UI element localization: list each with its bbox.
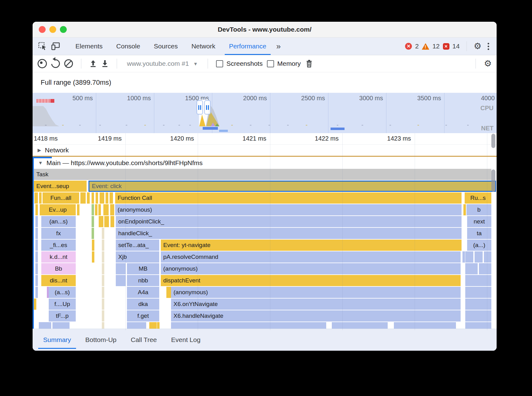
screenshots-checkbox[interactable]: Screenshots <box>216 60 263 67</box>
flame-bar[interactable] <box>35 263 38 274</box>
flame-bar[interactable] <box>116 263 126 274</box>
flame-bar-tf-p[interactable]: tF...p <box>49 310 76 322</box>
flame-bar[interactable] <box>106 192 108 204</box>
flame-bar--anonymous-[interactable]: (anonymous) <box>161 263 461 274</box>
flame-bar-dispatchevent[interactable]: dispatchEvent <box>161 275 461 286</box>
tab-console[interactable]: Console <box>110 38 147 55</box>
minimize-window-button[interactable] <box>49 26 56 33</box>
close-window-button[interactable] <box>39 26 46 33</box>
tab-performance[interactable]: Performance <box>222 38 273 55</box>
flame-bar-event-yt-navigate[interactable]: Event: yt-navigate <box>161 240 462 251</box>
tab-sources[interactable]: Sources <box>147 38 185 55</box>
flame-bar[interactable] <box>465 287 491 298</box>
device-toolbar-icon[interactable] <box>50 41 61 52</box>
timeline-overview[interactable]: 500 ms1000 ms1500 ms2000 ms2500 ms3000 m… <box>33 93 497 133</box>
flame-bar[interactable] <box>475 251 483 263</box>
flame-bar--an-s-[interactable]: (an...s) <box>41 216 76 227</box>
flame-bar-fx[interactable]: fx <box>41 228 76 239</box>
record-button[interactable] <box>38 59 47 68</box>
flame-bar--a-[interactable]: (a...) <box>467 240 491 251</box>
record-and-reload-button[interactable] <box>49 57 61 70</box>
flame-bar[interactable] <box>479 263 491 274</box>
flame-chart[interactable]: TaskEvent...seupEvent: clickFun...allFun… <box>33 169 497 330</box>
flame-bar-event-click[interactable]: Event: click <box>88 181 496 192</box>
zoom-window-button[interactable] <box>60 26 67 33</box>
flame-bar[interactable] <box>110 204 114 215</box>
flame-bar[interactable] <box>104 216 109 227</box>
flame-bar[interactable] <box>35 228 38 239</box>
flame-bar[interactable] <box>465 263 478 274</box>
flame-bar[interactable] <box>102 299 104 310</box>
flame-bar-bb[interactable]: Bb <box>41 263 76 274</box>
flame-bar[interactable] <box>101 216 103 227</box>
flame-bar-xjb[interactable]: Xjb <box>116 251 159 263</box>
kebab-menu-icon[interactable] <box>488 43 489 50</box>
flame-bar-onendpointclick-[interactable]: onEndpointClick_ <box>116 216 462 227</box>
flame-bar[interactable] <box>35 240 38 251</box>
flame-bar-mb[interactable]: MB <box>127 263 159 274</box>
capture-settings-gear-icon[interactable]: ⚙ <box>484 59 492 68</box>
flame-bar[interactable] <box>80 192 86 204</box>
flame-bar-dis-nt[interactable]: dis...nt <box>41 275 76 286</box>
flame-bar--fi-es[interactable]: _fi...es <box>41 240 76 251</box>
settings-gear-icon[interactable]: ⚙ <box>474 42 481 51</box>
flame-bar-k-d-nt[interactable]: k.d...nt <box>41 251 76 263</box>
flame-bar[interactable] <box>465 251 473 263</box>
collect-garbage-icon[interactable] <box>305 59 313 68</box>
flame-bar[interactable] <box>116 275 126 286</box>
flame-bar-function-call[interactable]: Function Call <box>115 192 462 204</box>
flame-bar--anonymous-[interactable]: (anonymous) <box>171 287 461 298</box>
network-track-header[interactable]: ▶ Network <box>33 145 497 156</box>
main-track-header[interactable]: ▼ Main — https://www.youtube.com/shorts/… <box>33 157 497 169</box>
flame-bar[interactable] <box>102 275 104 286</box>
details-tab-summary[interactable]: Summary <box>38 329 76 351</box>
flame-bar[interactable] <box>35 216 38 227</box>
flame-bar-event-seup[interactable]: Event...seup <box>34 181 87 192</box>
range-handle-left[interactable] <box>196 100 203 115</box>
flame-bar-nbb[interactable]: nbb <box>127 275 159 286</box>
flame-bar-ru-s[interactable]: Ru...s <box>465 192 491 204</box>
vertical-scrollbar-thumb[interactable] <box>491 134 495 148</box>
flame-bar[interactable] <box>34 192 38 204</box>
flame-bar[interactable] <box>102 310 104 322</box>
expanded-triangle-icon[interactable]: ▼ <box>38 160 43 165</box>
flame-bar[interactable] <box>102 263 104 274</box>
flame-bar-x6-handlenavigate[interactable]: X6.handleNavigate <box>171 310 461 322</box>
flame-bar-a4a[interactable]: A4a <box>127 287 159 298</box>
save-profile-icon[interactable] <box>101 60 109 68</box>
inspect-element-icon[interactable] <box>37 41 48 52</box>
flame-bar[interactable] <box>92 204 94 215</box>
flame-bar[interactable] <box>465 310 491 322</box>
flame-bar[interactable] <box>465 299 491 310</box>
flame-bar[interactable] <box>95 204 97 215</box>
flame-bar[interactable] <box>169 287 171 298</box>
flame-bar-f-up[interactable]: f....Up <box>49 299 76 310</box>
collapsed-triangle-icon[interactable]: ▶ <box>38 147 41 153</box>
flame-bar--anonymous-[interactable]: (anonymous) <box>115 204 462 215</box>
flame-bar-dka[interactable]: dka <box>127 299 159 310</box>
warnings-icon[interactable]: ! <box>422 43 429 50</box>
details-tab-bottom-up[interactable]: Bottom-Up <box>80 329 121 351</box>
tab-network[interactable]: Network <box>185 38 222 55</box>
flame-bar[interactable] <box>35 251 38 263</box>
flame-bar-x6-onytnavigate[interactable]: X6.onYtNavigate <box>171 299 461 310</box>
flame-bar[interactable] <box>110 192 113 204</box>
flame-bar-f-get[interactable]: f.get <box>127 310 159 322</box>
flame-bar[interactable] <box>103 204 109 215</box>
flame-bar[interactable] <box>102 287 104 298</box>
vertical-scrollbar-thumb[interactable] <box>491 169 495 192</box>
flame-bar-ta[interactable]: ta <box>467 228 491 239</box>
flame-bar[interactable] <box>110 216 114 227</box>
flame-bar[interactable] <box>465 275 491 286</box>
flame-bar-task[interactable]: Task <box>34 169 491 180</box>
flame-bar-next[interactable]: next <box>467 216 491 227</box>
flame-bar[interactable] <box>96 192 98 204</box>
flame-bar[interactable] <box>102 228 104 239</box>
flame-bar[interactable] <box>92 251 94 263</box>
flame-bar[interactable] <box>92 192 94 204</box>
flame-bar[interactable] <box>484 251 491 263</box>
flame-bar-pa-resolvecommand[interactable]: pA.resolveCommand <box>161 251 461 263</box>
flame-bar[interactable] <box>35 275 38 286</box>
more-tabs-chevron-icon[interactable]: » <box>276 42 281 51</box>
range-handle-right[interactable] <box>204 100 211 115</box>
